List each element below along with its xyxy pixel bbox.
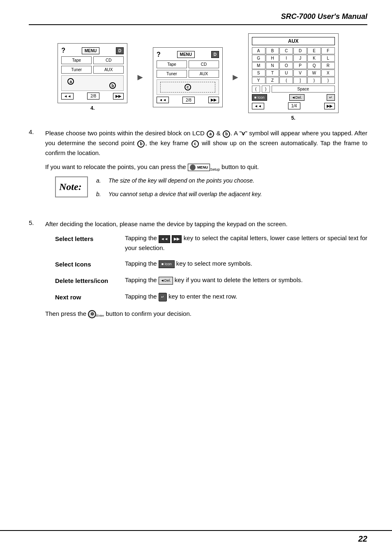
next-row-row: Next row Tapping the ↵ key to enter the … [55,292,367,302]
page-num-2: 2/8 [182,97,195,104]
icon-a: a [207,130,214,138]
arrow-1: ► [136,72,145,83]
key-Z: Z [266,77,279,84]
page-footer: 22 [0,530,392,544]
step-5: 5. After deciding the location, please n… [29,219,367,323]
aux-nav: ◄◄ 1/4 ▶▶ [252,102,335,109]
next-row-label: Next row [55,292,125,302]
diagram-4-right: ? MENU D Tape CD Tuner AUX c ◄◄ [153,47,223,107]
key-A: A [252,47,265,54]
lcd-screen-2: c [157,79,219,95]
key-T: T [266,70,279,76]
diagram-5: AUX A B C D E F G H I J K L [248,33,339,113]
step-4-num: 4. [29,128,39,212]
icon-b2: b [137,140,145,148]
aux-key-2: AUX [189,70,219,78]
next-row-desc: Tapping the ↵ key to enter the next row. [125,292,367,301]
nav-left-1: ◄◄ [61,93,74,100]
step-5-body: After deciding the location, please name… [45,219,367,323]
icon-c: c [191,140,199,148]
note-section: Note: a. The size of the key will depend… [55,176,367,204]
note-items: a. The size of the key will depend on th… [96,176,367,204]
note-text-a: The size of the key will depend on the p… [108,176,254,185]
menu-btn-1: MENU [82,47,99,54]
key-Y: Y [252,77,265,84]
tuner-key-2: Tuner [157,70,187,78]
delete-letters-label: Delete letters/icon [55,275,125,286]
key-N: N [266,62,279,69]
nav-right-inline: ▶▶ [172,235,182,243]
aux-key-1: AUX [93,66,124,74]
select-letters-desc: Tapping the ◄◄ ▶▶ key to select the capi… [125,233,367,253]
aux-nav-left: ◄◄ [252,103,264,109]
icon-b: b [223,130,230,138]
note-item-b: b. You cannot setup a device that will o… [96,190,367,199]
nav-right-2: ▶▶ [208,97,219,103]
del-key-inline: ◄Del. [159,277,173,284]
key-J: J [293,55,307,62]
key-S: S [252,70,265,76]
key-lparen2: ( [252,86,260,93]
key-rparen: ) [307,77,321,84]
aux-title: AUX [252,37,335,45]
tape-key-2: Tape [157,60,187,68]
key-H: H [266,55,279,62]
key-lparen: ( [279,77,293,84]
key-C: C [279,47,293,54]
select-letters-label: Select letters [55,233,125,244]
nav-left-inline: ◄◄ [159,235,170,243]
d-btn-1: D [116,47,124,54]
enter-key-inline: ↵ [159,293,167,301]
key-Q: Q [307,62,321,69]
key-P: P [293,62,307,69]
delete-letters-desc: Tapping the ◄Del. key if you want to del… [125,275,367,285]
key-D: D [293,47,307,54]
tuner-key-1: Tuner [61,66,92,74]
note-item-a: a. The size of the key will depend on th… [96,176,367,185]
question-mark-2: ? [157,51,161,58]
key-W: W [307,70,321,76]
aux-space-row: ( ) Space [252,86,335,93]
key-V: V [293,70,307,76]
table-section: Select letters Tapping the ◄◄ ▶▶ key to … [55,233,367,302]
figure-5-label: 5. [291,115,295,121]
page-header: SRC-7000 User's Manual [29,12,367,25]
arrow-2: ► [231,72,240,83]
key-U: U [279,70,293,76]
cursor-a: a [67,78,74,85]
diagrams-section: ? MENU D Tape CD Tuner AUX a b ◄◄ [29,33,367,121]
key-rparen2: ) [262,86,270,93]
enter-circle-icon: ⚙ [88,310,96,318]
lcd-screen-1: a b [61,75,124,91]
icon-key-inline: ■ Icon [159,260,175,268]
aux-page-num: 1/4 [288,102,300,109]
step-4-para-2: If you want to relocate the points, you … [45,162,367,172]
key-K: K [307,55,321,62]
cursor-c: c [184,84,191,90]
step-5-num: 5. [29,219,39,323]
key-L: L [321,55,335,62]
note-text-b: You cannot setup a device that will over… [108,190,262,199]
note-label-a: a. [96,176,104,185]
icon-btn: ■ Icon [252,94,267,101]
select-icons-row: Select Icons Tapping the ■ Icon key to s… [55,259,367,269]
cd-key-2: CD [189,60,219,68]
step-4-para-1: Please choose two points within the desi… [45,128,367,158]
menu-btn-2: MENU [177,51,195,58]
cursor-b: b [109,82,116,89]
aux-bottom-buttons: ■ Icon ◄Del. ↵ [252,94,335,101]
step-4-body: Please choose two points within the desi… [45,128,367,212]
enter-sub: Enter [96,314,104,318]
confirm-line: Then press the ⚙Enter button to confirm … [45,309,367,319]
key-F: F [321,47,335,54]
select-letters-row: Select letters Tapping the ◄◄ ▶▶ key to … [55,233,367,253]
key-B: B [266,47,279,54]
figure-4-label: 4. [90,105,95,111]
select-icons-desc: Tapping the ■ Icon key to select more sy… [125,259,367,269]
page-title: SRC-7000 User's Manual [281,12,367,21]
key-rbracket: ] [293,77,307,84]
question-mark-1: ? [61,47,65,54]
key-X: X [321,70,335,76]
page-number: 22 [358,534,367,544]
step-5-intro: After deciding the location, please name… [45,219,367,229]
